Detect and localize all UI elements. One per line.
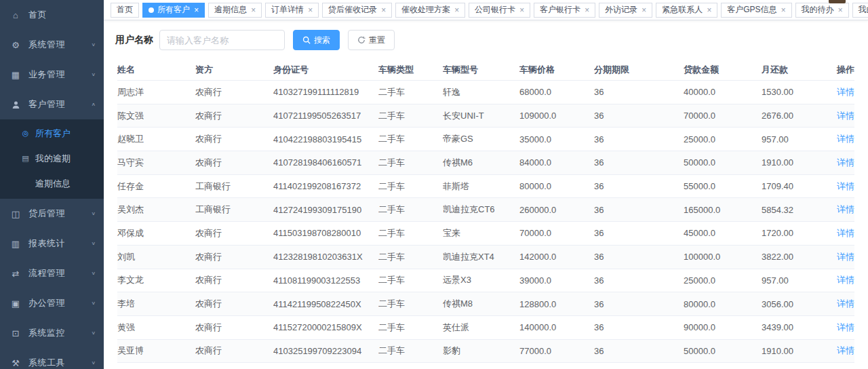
tab[interactable]: 紧急联系人×: [656, 3, 717, 18]
table-cell: 农商行: [195, 322, 273, 334]
close-icon[interactable]: ×: [251, 6, 256, 14]
table-cell: 90000.0: [684, 322, 762, 332]
grid-icon: ▦: [9, 70, 22, 80]
detail-link[interactable]: 详情: [837, 157, 854, 168]
table-cell: 黄强: [117, 322, 195, 334]
close-icon[interactable]: ×: [519, 6, 524, 14]
detail-link[interactable]: 详情: [837, 111, 854, 121]
sidebar-subitem[interactable]: ▤我的逾期: [0, 146, 104, 171]
sidebar-item[interactable]: ▥报表统计∨: [0, 229, 104, 258]
tab[interactable]: 订单详情×: [265, 3, 319, 18]
tab[interactable]: 我的待办×: [795, 3, 849, 18]
table-cell: 二手车: [378, 274, 443, 286]
sidebar-item-label: 办公管理: [28, 297, 91, 309]
tab[interactable]: 所有客户×: [142, 3, 205, 18]
tab[interactable]: 客户GPS信息×: [721, 3, 791, 18]
tab[interactable]: 我的流程×: [852, 3, 868, 18]
sidebar-subitem-label: 所有客户: [35, 128, 71, 140]
sidebar-item[interactable]: ▣办公管理∨: [0, 288, 104, 318]
sidebar: ⌂首页⚙系统管理∨▦业务管理∨客户管理∧◎所有客户▤我的逾期逾期信息◫贷后管理∨…: [0, 0, 104, 369]
reset-button[interactable]: 重置: [348, 30, 395, 50]
detail-link[interactable]: 详情: [837, 252, 854, 262]
sidebar-item[interactable]: ⚙系统管理∨: [0, 30, 104, 60]
chevron-up-icon: ∧: [91, 102, 96, 107]
table-row: 刘凯农商行41232819810203631X二手车凯迪拉克XT4142000.…: [117, 245, 854, 269]
table-cell: 36: [594, 111, 684, 121]
close-icon[interactable]: ×: [585, 6, 589, 14]
detail-link[interactable]: 详情: [837, 298, 854, 309]
table-cell: 工商银行: [195, 203, 273, 216]
table-cell: 二手车: [378, 203, 443, 216]
sidebar-item[interactable]: ◫贷后管理∨: [0, 199, 104, 229]
table-cell: 二手车: [378, 157, 443, 169]
report-icon: ▥: [9, 239, 22, 249]
table-cell: 长安UNI-T: [443, 110, 519, 122]
tab[interactable]: 客户银行卡×: [534, 3, 595, 18]
table-row: 周志洋农商行410327199111112819二手车轩逸68000.03640…: [117, 80, 854, 104]
chevron-down-icon: ∨: [91, 42, 96, 47]
table-cell: 农商行: [195, 86, 273, 98]
table-cell: 1530.00: [762, 87, 829, 97]
tab[interactable]: 首页: [111, 3, 139, 18]
table-cell: 45000.0: [684, 228, 762, 238]
table-cell: 二手车: [378, 133, 443, 145]
table-cell: 李文龙: [117, 274, 195, 286]
detail-link[interactable]: 详情: [837, 322, 854, 332]
table-cell: 农商行: [195, 345, 273, 357]
sidebar-subitem[interactable]: 逾期信息: [0, 171, 104, 196]
table-cell: 36: [594, 346, 684, 356]
table-cell: 80000.0: [519, 181, 594, 191]
close-icon[interactable]: ×: [781, 6, 785, 14]
table-cell-action: 详情: [829, 345, 854, 357]
detail-link[interactable]: 详情: [837, 275, 854, 285]
tab[interactable]: 催收处理方案×: [395, 3, 465, 18]
table-cell: 70000.0: [519, 228, 594, 238]
search-button[interactable]: 搜索: [293, 30, 340, 50]
sidebar-item-label: 系统监控: [28, 327, 91, 339]
sidebar-item[interactable]: ⚒系统工具∨: [0, 348, 104, 369]
tab-label: 逾期信息: [214, 4, 247, 16]
tab[interactable]: 外访记录×: [599, 3, 652, 18]
close-icon[interactable]: ×: [381, 6, 386, 14]
table-cell-action: 详情: [829, 227, 854, 239]
table-cell: 陈文强: [117, 110, 195, 122]
table-cell: 39000.0: [519, 275, 594, 286]
tab[interactable]: 贷后催收记录×: [322, 3, 392, 18]
sidebar-item-label: 系统管理: [28, 39, 91, 51]
detail-link[interactable]: 详情: [837, 204, 854, 214]
sidebar-subitem[interactable]: ◎所有客户: [0, 121, 104, 146]
table-cell: 1910.00: [762, 346, 829, 356]
tab[interactable]: 公司银行卡×: [469, 3, 530, 18]
close-icon[interactable]: ×: [707, 6, 711, 14]
table-cell: 农商行: [195, 274, 273, 286]
close-icon[interactable]: ×: [308, 6, 313, 14]
close-icon[interactable]: ×: [642, 6, 646, 14]
customers-icon: ◎: [20, 129, 31, 138]
active-tab-dot: [149, 7, 154, 13]
table-cell: 36: [594, 275, 684, 286]
detail-link[interactable]: 详情: [837, 134, 854, 144]
chevron-down-icon: ∨: [91, 300, 96, 306]
table-cell: 50000.0: [684, 157, 762, 168]
sidebar-item[interactable]: ▦业务管理∨: [0, 60, 104, 90]
table-cell-action: 详情: [829, 133, 854, 145]
table-cell: 957.00: [762, 134, 829, 144]
detail-link[interactable]: 详情: [837, 181, 854, 191]
sidebar-item[interactable]: ⌂首页: [0, 0, 104, 30]
sidebar-item[interactable]: ⊡系统监控∨: [0, 318, 104, 348]
table-cell: 109000.0: [519, 111, 594, 121]
close-icon[interactable]: ×: [194, 6, 199, 14]
detail-link[interactable]: 详情: [837, 345, 854, 355]
table-cell: 农商行: [195, 133, 273, 145]
tab[interactable]: 逾期信息×: [208, 3, 262, 18]
close-icon[interactable]: ×: [454, 6, 459, 14]
detail-link[interactable]: 详情: [837, 228, 854, 238]
table-body: 周志洋农商行410327199111112819二手车轩逸68000.03640…: [117, 80, 854, 369]
sidebar-item[interactable]: ⇄流程管理∨: [0, 258, 104, 288]
table-cell: 50000.0: [684, 346, 762, 356]
sidebar-item[interactable]: 客户管理∧: [0, 90, 104, 119]
tab-label: 我的流程: [859, 4, 868, 16]
close-icon[interactable]: ×: [838, 6, 843, 14]
customer-name-input[interactable]: [159, 30, 285, 50]
detail-link[interactable]: 详情: [837, 87, 854, 97]
